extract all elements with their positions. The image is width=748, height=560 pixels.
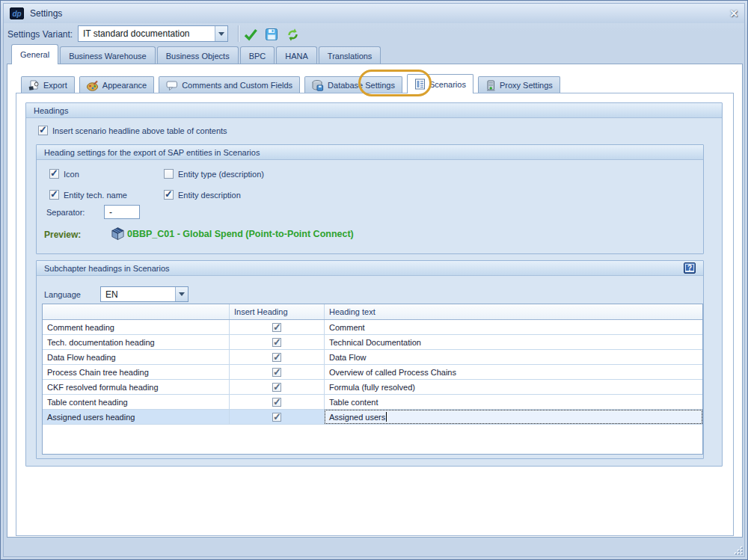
headings-table: Insert Heading Heading text Comment head… xyxy=(42,304,703,455)
app-logo-icon: dp xyxy=(10,7,24,19)
table-row[interactable]: Process Chain tree heading Overview of c… xyxy=(43,365,702,380)
settings-variant-combobox[interactable]: IT standard documentation xyxy=(78,25,228,42)
icon-checkbox[interactable]: Icon xyxy=(49,169,79,179)
headings-group-header: Headings xyxy=(26,103,722,118)
tab-translations[interactable]: Translations xyxy=(319,46,381,64)
checkbox-icon[interactable] xyxy=(164,190,174,200)
tab-general[interactable]: General xyxy=(11,44,58,64)
tab-bpc[interactable]: BPC xyxy=(240,46,275,64)
checkbox-icon[interactable] xyxy=(164,169,174,179)
checkbox-icon[interactable] xyxy=(38,126,48,135)
entity-type-checkbox[interactable]: Entity type (description) xyxy=(164,169,264,179)
checkbox-icon[interactable] xyxy=(272,353,281,362)
tab-business-warehouse[interactable]: Business Warehouse xyxy=(60,46,156,64)
table-row[interactable]: Comment heading Comment xyxy=(43,320,702,335)
variant-label: Settings Variant: xyxy=(7,29,73,40)
separator-input[interactable]: - xyxy=(104,205,140,219)
help-icon[interactable]: ? xyxy=(684,262,696,274)
checkbox-icon[interactable] xyxy=(272,383,281,392)
title-bar[interactable]: dp Settings ✕ xyxy=(4,4,744,23)
headings-group: Headings Insert scenario headline above … xyxy=(25,102,723,467)
infocube-icon xyxy=(111,227,124,240)
separator-label: Separator: xyxy=(46,208,85,217)
apply-button[interactable] xyxy=(242,25,260,43)
check-icon xyxy=(243,28,258,41)
tab-appearance[interactable]: Appearance xyxy=(79,76,154,93)
refresh-button[interactable] xyxy=(283,25,301,43)
checkbox-icon[interactable] xyxy=(272,368,281,377)
language-label: Language xyxy=(44,290,81,299)
checkbox-icon[interactable] xyxy=(49,190,59,200)
table-row[interactable]: Table content heading Table content xyxy=(43,395,702,410)
appearance-icon xyxy=(87,80,99,91)
close-icon[interactable]: ✕ xyxy=(729,8,738,19)
general-tab-page: Export Appearance Comments and Custom Fi… xyxy=(7,64,743,538)
main-tab-strip: General Business Warehouse Business Obje… xyxy=(11,44,382,64)
toolbar-separator xyxy=(238,25,239,42)
tab-scenarios[interactable]: Scenarios xyxy=(407,74,473,93)
window-title: Settings xyxy=(30,8,62,19)
entity-description-checkbox[interactable]: Entity description xyxy=(164,190,241,200)
tab-database-settings[interactable]: Database Settings xyxy=(304,76,402,93)
column-header-heading-text[interactable]: Heading text xyxy=(325,304,702,319)
variant-value: IT standard documentation xyxy=(79,28,215,39)
table-row[interactable]: Tech. documentation heading Technical Do… xyxy=(43,335,702,350)
tab-hana[interactable]: HANA xyxy=(276,46,317,64)
tab-proxy-settings[interactable]: Proxy Settings xyxy=(478,76,560,93)
table-row[interactable]: Data Flow heading Data Flow xyxy=(43,350,702,365)
entity-heading-settings-group: Heading settings for the export of SAP e… xyxy=(36,144,704,254)
language-combobox[interactable]: EN xyxy=(100,286,188,302)
column-header-name[interactable] xyxy=(43,304,230,319)
column-header-insert-heading[interactable]: Insert Heading xyxy=(230,304,325,319)
preview-label: Preview: xyxy=(44,230,81,240)
comments-icon xyxy=(166,80,178,91)
table-header-row: Insert Heading Heading text xyxy=(43,304,702,320)
subchapter-group-header: Subchapter headings in Scenarios ? xyxy=(37,261,703,276)
database-icon xyxy=(312,80,324,91)
proxy-icon xyxy=(485,80,496,91)
tab-business-objects[interactable]: Business Objects xyxy=(157,46,239,64)
resize-grip[interactable] xyxy=(734,546,743,555)
scenarios-tab-page: Headings Insert scenario headline above … xyxy=(16,93,734,536)
checkbox-icon[interactable] xyxy=(272,323,281,332)
sub-tab-strip: Export Appearance Comments and Custom Fi… xyxy=(21,74,565,93)
settings-window: dp Settings ✕ Settings Variant: IT stand… xyxy=(0,0,748,560)
entity-tech-name-checkbox[interactable]: Entity tech. name xyxy=(49,190,127,200)
tab-export[interactable]: Export xyxy=(21,76,75,93)
language-value: EN xyxy=(101,289,175,300)
checkbox-icon[interactable] xyxy=(272,398,281,407)
chevron-down-icon[interactable] xyxy=(175,287,188,301)
table-row[interactable]: CKF resolved formula heading Formula (fu… xyxy=(43,380,702,395)
scenarios-icon xyxy=(414,79,426,90)
heading-text-edit-cell[interactable]: Assigned users xyxy=(325,410,702,424)
export-icon xyxy=(28,80,40,91)
refresh-icon xyxy=(286,28,300,42)
text-caret xyxy=(386,412,387,422)
checkbox-icon[interactable] xyxy=(272,413,281,422)
save-icon xyxy=(265,28,278,41)
table-row-selected[interactable]: Assigned users heading Assigned users xyxy=(43,410,702,425)
subchapter-headings-group: Subchapter headings in Scenarios ? Langu… xyxy=(36,260,704,459)
checkbox-icon[interactable] xyxy=(49,169,59,179)
entity-heading-group-header: Heading settings for the export of SAP e… xyxy=(37,145,703,160)
preview-text: 0BBP_C01 - Global Spend (Point-to-Point … xyxy=(127,229,354,239)
save-button[interactable] xyxy=(263,25,280,43)
insert-headline-checkbox[interactable]: Insert scenario headline above table of … xyxy=(38,126,227,135)
checkbox-icon[interactable] xyxy=(272,338,281,347)
tab-comments-custom-fields[interactable]: Comments and Custom Fields xyxy=(159,76,300,93)
chevron-down-icon[interactable] xyxy=(215,26,227,41)
